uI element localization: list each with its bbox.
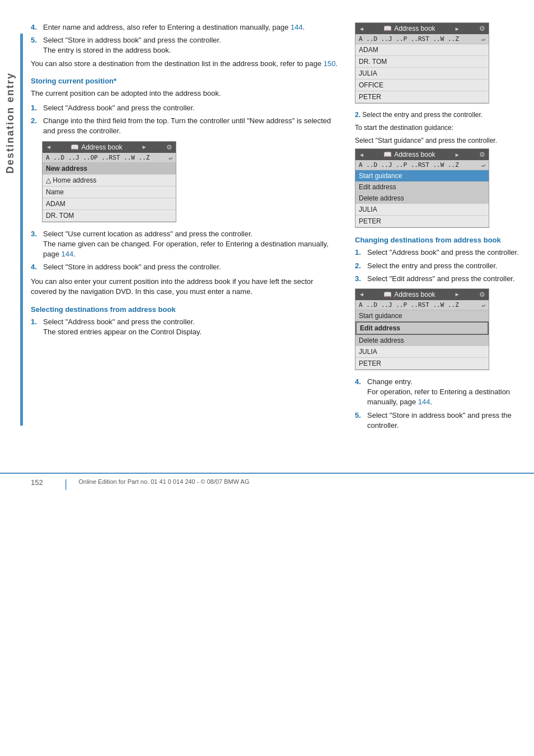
list-item: 2. Change into the third field from the … <box>31 116 338 136</box>
list-item: Edit address <box>355 181 489 193</box>
footer-text: Online Edition for Part no. 01 41 0 014 … <box>78 478 249 485</box>
list-item: DR. TOM <box>43 210 176 222</box>
footer: 152 | Online Edition for Part no. 01 41 … <box>0 473 534 489</box>
list-item: DR. TOM <box>355 56 489 68</box>
address-book-widget-right-1: ◄ 📖 Address book ► ⚙ A ..D ..J ..P ..RST… <box>355 22 489 104</box>
arrow-right-icon: ► <box>455 152 460 158</box>
list-item: PETER <box>355 91 489 103</box>
arrow-left-icon: ◄ <box>46 144 51 150</box>
list-item: 2. Select the entry and press the contro… <box>355 261 523 271</box>
list-item: 4. Select "Store in address book" and pr… <box>31 262 338 272</box>
list-item: ADAM <box>43 198 176 210</box>
blue-bar <box>20 34 23 426</box>
arrow-right-icon: ► <box>455 291 460 297</box>
list-item: JULIA <box>355 68 489 80</box>
arrow-left-icon: ◄ <box>359 152 364 158</box>
list-item: JULIA <box>355 346 489 358</box>
list-item: 5. Select "Store in address book" and pr… <box>355 410 523 431</box>
list-item: Start guidance <box>355 310 489 321</box>
section-heading-selecting: Selecting destinations from address book <box>31 305 338 314</box>
address-book-widget-right-2: ◄ 📖 Address book ► ⚙ A ..D ..J ..P ..RST… <box>355 148 489 228</box>
sidebar-label: Destination entry <box>0 34 20 213</box>
list-item: Edit address <box>355 321 489 335</box>
settings-icon: ⚙ <box>166 143 172 151</box>
right-column: ◄ 📖 Address book ► ⚙ A ..D ..J ..P ..RST… <box>355 22 523 433</box>
enter-icon: ↵ <box>481 161 485 169</box>
arrow-right-icon: ► <box>142 144 147 150</box>
list-item: 4. Change entry. For operation, refer to… <box>355 377 523 408</box>
list-item: Delete address <box>355 335 489 346</box>
book-icon: 📖 <box>383 291 392 298</box>
page-number: 152 <box>31 478 53 487</box>
list-item: 3. Select "Use current location as addre… <box>31 229 338 260</box>
list-item: 3. Select "Edit address" and press the c… <box>355 274 523 284</box>
address-book-widget-right-3: ◄ 📖 Address book ► ⚙ A ..D ..J ..P ..RST… <box>355 288 489 370</box>
list-item: 5. Select "Store in address book" and pr… <box>31 35 338 55</box>
list-item: JULIA <box>355 204 489 216</box>
section-heading-storing: Storing current position* <box>31 77 338 85</box>
list-item: △ Home address <box>43 175 176 186</box>
left-column: 4. Enter name and address, also refer to… <box>31 22 338 433</box>
list-item: 4. Enter name and address, also refer to… <box>31 22 338 32</box>
arrow-left-icon: ◄ <box>359 26 364 32</box>
arrow-left-icon: ◄ <box>359 291 364 297</box>
list-item: New address <box>43 163 176 175</box>
settings-icon: ⚙ <box>479 151 485 158</box>
book-icon: 📖 <box>71 143 79 151</box>
list-item: ADAM <box>355 44 489 56</box>
settings-icon: ⚙ <box>479 25 485 32</box>
section-heading-changing: Changing destinations from address book <box>355 236 523 244</box>
book-icon: 📖 <box>383 25 392 32</box>
address-book-widget-1: ◄ 📖 Address book ► ⚙ A ..D ..J ..OP ..RS… <box>42 141 176 222</box>
list-item: Delete address <box>355 193 489 204</box>
list-item: PETER <box>355 358 489 370</box>
enter-icon: ↵ <box>481 301 485 309</box>
enter-icon: ↵ <box>168 154 172 161</box>
list-item: 1. Select "Address book" and press the c… <box>31 317 338 337</box>
list-item: 1. Select "Address book" and press the c… <box>31 103 338 113</box>
settings-icon: ⚙ <box>479 291 485 298</box>
list-item: OFFICE <box>355 80 489 91</box>
arrow-right-icon: ► <box>455 26 460 32</box>
list-item: Start guidance <box>355 170 489 181</box>
list-item: PETER <box>355 216 489 227</box>
list-item: 1. Select "Address book" and press the c… <box>355 248 523 258</box>
footer-divider: | <box>64 478 67 489</box>
book-icon: 📖 <box>383 151 392 158</box>
list-item: Name <box>43 186 176 198</box>
enter-icon: ↵ <box>481 35 485 43</box>
